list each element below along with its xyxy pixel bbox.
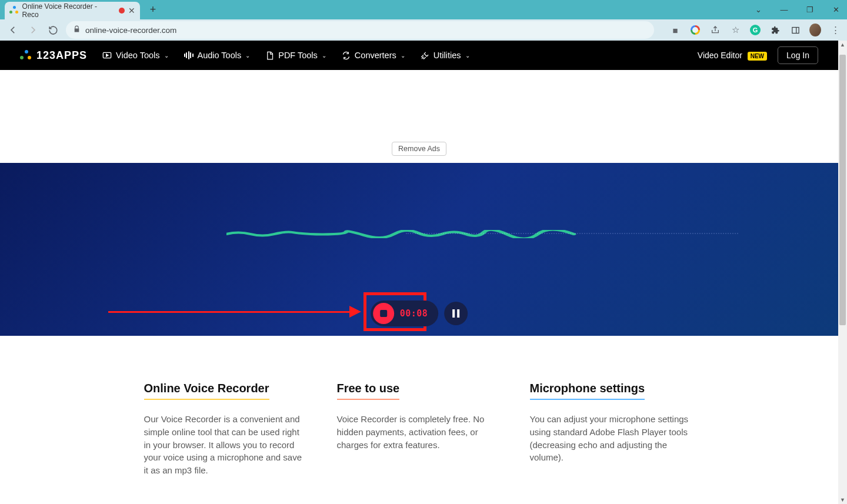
address-bar[interactable]: online-voice-recorder.com bbox=[66, 21, 654, 39]
annotation-arrow bbox=[108, 310, 361, 315]
feature-column: Free to use Voice Recorder is completely… bbox=[337, 382, 502, 477]
feature-body: You can adjust your microphone settings … bbox=[530, 413, 695, 464]
features-section: Online Voice Recorder Our Voice Recorder… bbox=[0, 336, 838, 477]
page-scrollbar[interactable]: ▲ ▼ bbox=[838, 41, 847, 504]
grammarly-extension-icon[interactable]: G bbox=[749, 24, 761, 36]
feature-column: Online Voice Recorder Our Voice Recorder… bbox=[144, 382, 309, 477]
logo-123apps[interactable]: 123APPS bbox=[20, 49, 87, 62]
tab-title: Online Voice Recorder - Reco bbox=[22, 2, 114, 19]
browser-toolbar: online-voice-recorder.com ■ ☆ G ⋮ bbox=[0, 19, 847, 41]
recorder-panel: 00:08 bbox=[0, 163, 838, 336]
camera-icon[interactable]: ■ bbox=[669, 24, 681, 36]
chrome-menu-button[interactable]: ⋮ bbox=[829, 24, 841, 36]
menu-audio-tools[interactable]: Audio Tools⌄ bbox=[184, 51, 251, 60]
audio-bars-icon bbox=[184, 51, 194, 59]
new-badge: NEW bbox=[748, 52, 767, 61]
menu-converters[interactable]: Converters⌄ bbox=[342, 51, 405, 60]
chevron-down-icon: ⌄ bbox=[465, 52, 470, 59]
window-close-button[interactable]: ✕ bbox=[828, 5, 843, 14]
share-icon[interactable] bbox=[709, 24, 721, 36]
recorder-controls: 00:08 bbox=[371, 301, 468, 326]
feature-title: Online Voice Recorder bbox=[144, 382, 269, 400]
chevron-down-icon: ⌄ bbox=[401, 52, 405, 59]
browser-tab[interactable]: Online Voice Recorder - Reco ✕ bbox=[5, 2, 140, 19]
feature-title: Free to use bbox=[337, 382, 400, 400]
logo-dots-icon bbox=[20, 50, 32, 61]
site-header: 123APPS Video Tools⌄ Audio Tools⌄ PDF To… bbox=[0, 41, 838, 70]
close-tab-button[interactable]: ✕ bbox=[128, 6, 135, 15]
svg-rect-0 bbox=[792, 27, 798, 33]
feature-body: Our Voice Recorder is a convenient and s… bbox=[144, 413, 309, 477]
back-button[interactable] bbox=[6, 23, 20, 37]
menu-label: Utilities bbox=[433, 51, 461, 60]
stop-recording-button[interactable]: 00:08 bbox=[371, 301, 439, 326]
menu-video-tools[interactable]: Video Tools⌄ bbox=[102, 51, 168, 60]
chevron-down-icon: ⌄ bbox=[164, 52, 169, 59]
brand-text: 123APPS bbox=[36, 49, 87, 62]
video-editor-link[interactable]: Video Editor NEW bbox=[698, 51, 767, 60]
google-icon[interactable] bbox=[689, 24, 701, 36]
scroll-up-icon[interactable]: ▲ bbox=[838, 42, 847, 48]
new-tab-button[interactable]: + bbox=[145, 2, 161, 18]
lock-icon bbox=[73, 25, 81, 35]
ad-space: Remove Ads bbox=[0, 70, 838, 163]
feature-title: Microphone settings bbox=[530, 382, 645, 400]
page-content: 123APPS Video Tools⌄ Audio Tools⌄ PDF To… bbox=[0, 41, 838, 504]
menu-utilities[interactable]: Utilities⌄ bbox=[421, 51, 470, 60]
extensions-icon[interactable] bbox=[769, 24, 781, 36]
menu-label: Converters bbox=[355, 51, 396, 60]
browser-tab-strip: Online Voice Recorder - Reco ✕ + ⌄ — ❐ ✕ bbox=[0, 0, 847, 19]
chevron-down-icon: ⌄ bbox=[245, 52, 250, 59]
scroll-down-icon[interactable]: ▼ bbox=[838, 497, 847, 503]
menu-pdf-tools[interactable]: PDF Tools⌄ bbox=[265, 51, 326, 60]
side-panel-icon[interactable] bbox=[789, 24, 801, 36]
login-button[interactable]: Log In bbox=[778, 46, 818, 64]
favicon-123apps-icon bbox=[9, 6, 19, 15]
menu-label: Audio Tools bbox=[198, 51, 242, 60]
reload-button[interactable] bbox=[46, 23, 60, 37]
chevron-down-icon: ⌄ bbox=[322, 52, 326, 59]
window-minimize-button[interactable]: — bbox=[776, 5, 792, 14]
pause-button[interactable] bbox=[444, 302, 468, 325]
recording-timer: 00:08 bbox=[400, 308, 428, 319]
menu-label: PDF Tools bbox=[278, 51, 318, 60]
url-text: online-voice-recorder.com bbox=[85, 26, 176, 35]
tab-search-button[interactable]: ⌄ bbox=[751, 5, 766, 14]
feature-column: Microphone settings You can adjust your … bbox=[530, 382, 695, 477]
window-maximize-button[interactable]: ❐ bbox=[802, 5, 818, 14]
waveform-future-line bbox=[406, 233, 738, 234]
bookmark-star-icon[interactable]: ☆ bbox=[729, 24, 741, 36]
pause-icon bbox=[452, 309, 455, 318]
pause-icon bbox=[457, 309, 459, 318]
feature-body: Voice Recorder is completely free. No hi… bbox=[337, 413, 502, 451]
forward-button bbox=[26, 23, 40, 37]
scrollbar-thumb[interactable] bbox=[839, 55, 846, 325]
video-editor-label: Video Editor bbox=[698, 51, 742, 60]
remove-ads-button[interactable]: Remove Ads bbox=[392, 142, 446, 156]
menu-label: Video Tools bbox=[116, 51, 159, 60]
profile-avatar[interactable] bbox=[809, 24, 821, 36]
recording-indicator-icon bbox=[119, 8, 125, 14]
stop-icon bbox=[373, 303, 394, 324]
